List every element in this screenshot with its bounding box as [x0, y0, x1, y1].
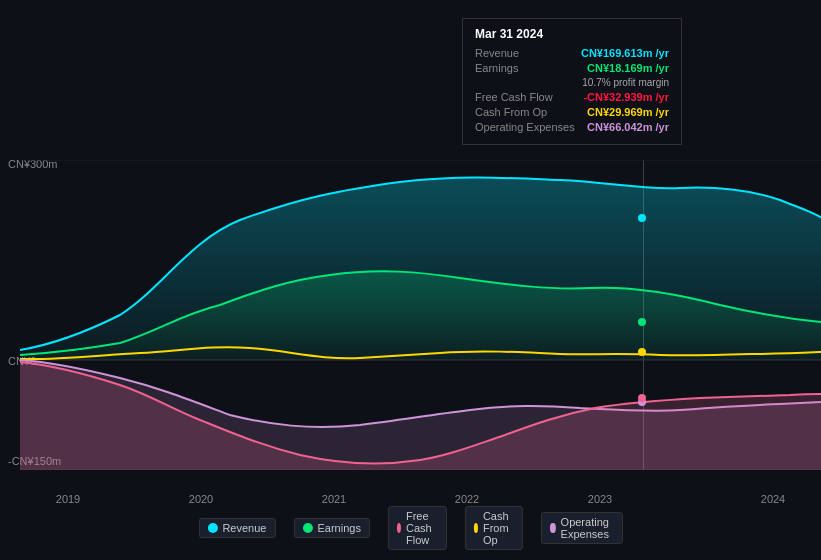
tooltip-date: Mar 31 2024 [475, 27, 669, 41]
opex-value: CN¥66.042m /yr [587, 121, 669, 133]
svg-point-4 [638, 318, 646, 326]
x-label-2022: 2022 [455, 493, 479, 505]
cfo-value: CN¥29.969m /yr [587, 106, 669, 118]
fcf-dot [397, 523, 401, 533]
revenue-label: Revenue [475, 47, 519, 59]
legend-fcf[interactable]: Free Cash Flow [388, 506, 447, 550]
revenue-row: Revenue CN¥169.613m /yr [475, 47, 669, 59]
opex-label: Operating Expenses [475, 121, 575, 133]
legend-fcf-label: Free Cash Flow [406, 510, 438, 546]
legend-cfo[interactable]: Cash From Op [465, 506, 524, 550]
legend-opex[interactable]: Operating Expenses [541, 512, 622, 544]
legend-earnings-label: Earnings [317, 522, 360, 534]
earnings-dot [302, 523, 312, 533]
revenue-dot [207, 523, 217, 533]
legend-revenue[interactable]: Revenue [198, 518, 275, 538]
fcf-row: Free Cash Flow -CN¥32.939m /yr [475, 91, 669, 103]
earnings-row: Earnings CN¥18.169m /yr [475, 62, 669, 74]
x-label-2020: 2020 [189, 493, 213, 505]
x-label-2024: 2024 [761, 493, 785, 505]
revenue-value: CN¥169.613m /yr [581, 47, 669, 59]
x-label-2023: 2023 [588, 493, 612, 505]
svg-point-5 [638, 348, 646, 356]
svg-point-3 [638, 214, 646, 222]
opex-row: Operating Expenses CN¥66.042m /yr [475, 121, 669, 133]
svg-point-7 [638, 394, 646, 402]
tooltip-box: Mar 31 2024 Revenue CN¥169.613m /yr Earn… [462, 18, 682, 145]
profit-margin: 10.7% profit margin [582, 77, 669, 88]
cfo-row: Cash From Op CN¥29.969m /yr [475, 106, 669, 118]
opex-dot [550, 523, 555, 533]
legend: Revenue Earnings Free Cash Flow Cash Fro… [198, 506, 622, 550]
fcf-label: Free Cash Flow [475, 91, 553, 103]
legend-earnings[interactable]: Earnings [293, 518, 369, 538]
earnings-label: Earnings [475, 62, 518, 74]
earnings-value: CN¥18.169m /yr [587, 62, 669, 74]
legend-revenue-label: Revenue [222, 522, 266, 534]
cfo-label: Cash From Op [475, 106, 547, 118]
x-label-2021: 2021 [322, 493, 346, 505]
cfo-dot [474, 523, 478, 533]
legend-opex-label: Operating Expenses [561, 516, 614, 540]
chart-container: Mar 31 2024 Revenue CN¥169.613m /yr Earn… [0, 0, 821, 560]
fcf-value: -CN¥32.939m /yr [583, 91, 669, 103]
legend-cfo-label: Cash From Op [483, 510, 514, 546]
profit-margin-row: 10.7% profit margin [475, 77, 669, 88]
x-label-2019: 2019 [56, 493, 80, 505]
chart-svg [20, 160, 821, 470]
